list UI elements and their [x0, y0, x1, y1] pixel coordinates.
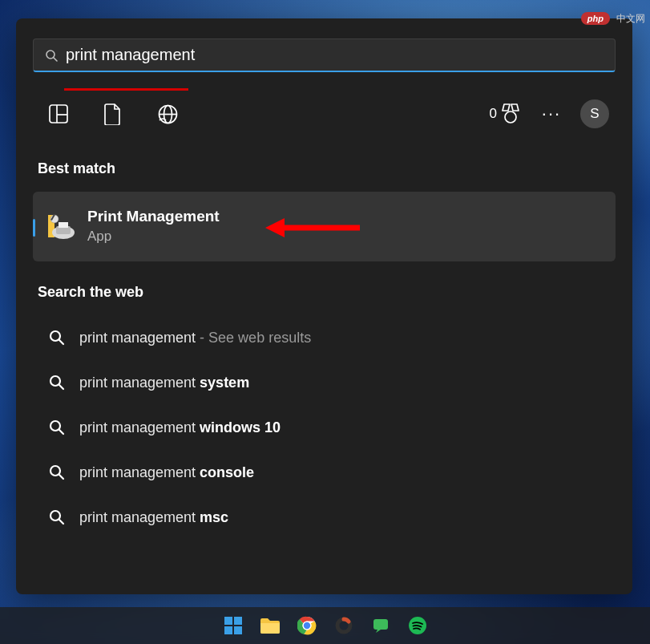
chrome-icon: [297, 616, 317, 635]
search-web-header: Search the web: [38, 284, 616, 301]
print-management-icon: [47, 213, 76, 241]
search-box[interactable]: [33, 38, 616, 72]
rewards-count: 0: [490, 106, 497, 122]
web-result-text: print management msc: [79, 509, 228, 526]
web-result-4[interactable]: print management msc: [33, 495, 616, 540]
medal-icon: [502, 103, 519, 124]
search-icon: [49, 330, 65, 346]
svg-rect-29: [224, 626, 232, 634]
svg-rect-35: [373, 619, 388, 630]
filter-documents-button[interactable]: [94, 95, 132, 133]
watermark-text: 中文网: [616, 12, 645, 26]
web-result-text: print management - See web results: [79, 330, 311, 346]
svg-line-24: [59, 475, 63, 479]
best-match-title: Print Management: [87, 207, 220, 227]
search-input[interactable]: [66, 46, 604, 64]
search-icon: [49, 509, 65, 525]
start-button[interactable]: [221, 614, 245, 638]
svg-line-20: [59, 385, 63, 389]
taskbar[interactable]: [0, 607, 650, 644]
svg-point-23: [50, 466, 60, 476]
web-result-3[interactable]: print management console: [33, 450, 616, 495]
svg-rect-28: [234, 617, 242, 625]
svg-rect-2: [50, 105, 67, 123]
svg-rect-27: [224, 617, 232, 625]
svg-point-25: [50, 511, 60, 520]
selection-indicator: [33, 219, 35, 237]
svg-point-19: [50, 376, 60, 386]
chat-icon: [372, 617, 390, 634]
folder-icon: [260, 617, 281, 634]
filter-apps-button[interactable]: [39, 95, 78, 133]
web-result-text: print management windows 10: [79, 419, 281, 436]
taskbar-right: php 中文网: [581, 0, 645, 37]
search-icon: [49, 419, 65, 435]
web-result-text: print management system: [79, 375, 249, 391]
more-button[interactable]: ···: [535, 103, 567, 124]
svg-point-8: [505, 111, 516, 123]
search-icon: [49, 375, 65, 391]
rewards-button[interactable]: 0: [490, 103, 519, 124]
search-filter-row: 0 ··· S: [33, 95, 616, 133]
svg-line-26: [59, 520, 63, 524]
annotation-underline: [64, 88, 188, 91]
web-result-0[interactable]: print management - See web results: [33, 315, 616, 360]
svg-point-33: [303, 622, 309, 629]
svg-point-17: [50, 331, 60, 341]
watermark-badge: php: [581, 12, 610, 25]
taskbar-chrome[interactable]: [295, 614, 319, 638]
globe-icon: [157, 103, 179, 125]
best-match-result[interactable]: Print Management App: [33, 192, 616, 261]
avatar-initial: S: [590, 106, 599, 122]
web-result-1[interactable]: print management system: [33, 360, 616, 405]
annotation-arrow: [265, 216, 361, 240]
taskbar-file-explorer[interactable]: [258, 614, 282, 638]
search-icon: [45, 49, 58, 62]
apps-icon: [48, 103, 69, 124]
search-icon: [49, 464, 65, 480]
user-avatar[interactable]: S: [580, 99, 609, 128]
svg-point-21: [50, 421, 60, 431]
spotify-icon: [408, 616, 427, 635]
svg-line-18: [59, 340, 63, 344]
svg-rect-30: [234, 626, 242, 634]
svg-marker-16: [265, 218, 285, 237]
filter-web-button[interactable]: [148, 95, 187, 133]
best-match-header: Best match: [38, 160, 616, 177]
taskbar-spotify[interactable]: [406, 614, 430, 638]
ring-icon: [335, 617, 353, 634]
web-result-text: print management console: [79, 464, 254, 481]
best-match-subtitle: App: [87, 227, 220, 246]
document-icon: [103, 103, 123, 125]
windows-logo-icon: [224, 616, 243, 635]
taskbar-app-2[interactable]: [369, 614, 393, 638]
web-result-2[interactable]: print management windows 10: [33, 405, 616, 450]
svg-rect-14: [59, 222, 68, 228]
svg-line-1: [54, 58, 57, 61]
svg-line-22: [59, 430, 63, 434]
taskbar-app-1[interactable]: [332, 614, 356, 638]
start-search-panel: 0 ··· S Best match Print Management App: [16, 18, 632, 594]
ellipsis-icon: ···: [542, 103, 561, 124]
